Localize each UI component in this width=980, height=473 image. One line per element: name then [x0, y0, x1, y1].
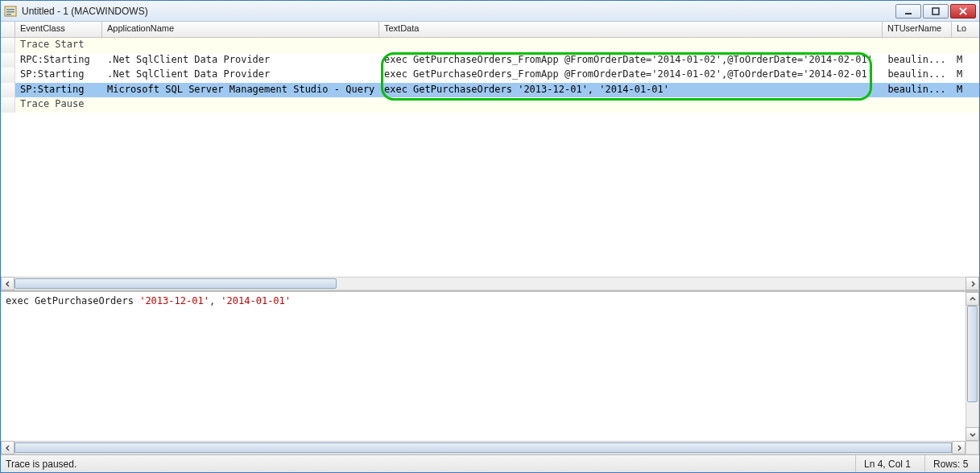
svg-rect-2 — [6, 11, 14, 13]
col-header-applicationname[interactable]: ApplicationName — [102, 22, 379, 37]
cell-ntusername — [883, 97, 952, 113]
cell-applicationname — [102, 38, 379, 53]
scroll-up-icon[interactable] — [966, 292, 979, 306]
col-header-lo[interactable]: Lo — [952, 22, 979, 37]
status-message: Trace is paused. — [1, 459, 855, 470]
window-title: Untitled - 1 (MACWINDOWS) — [22, 6, 895, 17]
maximize-button[interactable] — [923, 4, 949, 19]
scroll-left-icon[interactable] — [1, 441, 14, 454]
cell-lo — [952, 97, 979, 113]
titlebar[interactable]: Untitled - 1 (MACWINDOWS) — [1, 1, 979, 22]
cell-lo: M — [952, 68, 979, 83]
detail-hscrollbar[interactable] — [1, 441, 966, 454]
svg-rect-1 — [6, 9, 14, 10]
detail-text[interactable]: exec GetPurchaseOrders '2013-12-01', '20… — [1, 292, 966, 441]
row-header-cell — [1, 68, 15, 83]
profiler-window: Untitled - 1 (MACWINDOWS) EventClass App… — [0, 0, 980, 473]
svg-rect-3 — [6, 14, 11, 15]
cell-ntusername: beaulin... — [883, 83, 952, 98]
cell-ntusername: beaulin... — [883, 68, 952, 83]
col-header-eventclass[interactable]: EventClass — [15, 22, 102, 37]
detail-vscrollbar[interactable] — [966, 292, 979, 441]
cell-textdata: exec GetPurchaseOrders_FromApp @FromOrde… — [379, 53, 883, 68]
cell-eventclass: Trace Start — [15, 38, 102, 53]
grid-header-row: EventClass ApplicationName TextData NTUs… — [1, 22, 979, 38]
scroll-right-icon[interactable] — [952, 441, 966, 454]
cell-textdata: exec GetPurchaseOrders '2013-12-01', '20… — [379, 83, 883, 98]
table-row[interactable]: RPC:Starting .Net SqlClient Data Provide… — [1, 53, 979, 68]
trace-grid[interactable]: EventClass ApplicationName TextData NTUs… — [1, 22, 979, 291]
svg-rect-4 — [905, 13, 912, 14]
cell-eventclass: SP:Starting — [15, 83, 102, 98]
status-rows: Rows: 5 — [924, 455, 979, 472]
table-row[interactable]: SP:Starting .Net SqlClient Data Provider… — [1, 68, 979, 83]
cell-eventclass: SP:Starting — [15, 68, 102, 83]
row-header-cell — [1, 38, 15, 53]
scroll-thumb[interactable] — [14, 278, 337, 289]
cell-lo: M — [952, 83, 979, 98]
svg-rect-5 — [932, 8, 939, 14]
status-position: Ln 4, Col 1 — [855, 455, 924, 472]
scroll-down-icon[interactable] — [966, 427, 979, 441]
table-row[interactable]: SP:Starting Microsoft SQL Server Managem… — [1, 83, 979, 98]
table-row[interactable]: Trace Pause — [1, 97, 979, 113]
cell-applicationname — [102, 97, 379, 113]
scroll-thumb[interactable] — [14, 442, 952, 453]
scroll-track[interactable] — [966, 306, 979, 427]
cell-lo: M — [952, 53, 979, 68]
cell-eventclass: RPC:Starting — [15, 53, 102, 68]
cell-textdata: exec GetPurchaseOrders_FromApp @FromOrde… — [379, 68, 883, 83]
cell-ntusername — [883, 38, 952, 53]
detail-pane[interactable]: exec GetPurchaseOrders '2013-12-01', '20… — [1, 291, 979, 454]
row-header-cell — [1, 97, 15, 113]
grid-body: Trace Start RPC:Starting .Net SqlClient … — [1, 38, 979, 113]
sql-text: exec GetPurchaseOrders — [6, 295, 139, 306]
app-icon — [4, 5, 17, 18]
scroll-left-icon[interactable] — [1, 277, 14, 290]
scroll-right-icon[interactable] — [966, 277, 979, 290]
cell-applicationname: .Net SqlClient Data Provider — [102, 68, 379, 83]
sql-literal: '2014-01-01' — [221, 295, 291, 306]
cell-textdata — [379, 38, 883, 53]
cell-textdata — [379, 97, 883, 113]
row-header-cell — [1, 53, 15, 68]
row-header-cell — [1, 83, 15, 98]
sql-literal: '2013-12-01' — [139, 295, 209, 306]
scroll-track[interactable] — [14, 277, 966, 290]
sql-text: , — [209, 295, 221, 306]
grid-corner-cell — [1, 22, 15, 37]
grid-hscrollbar[interactable] — [1, 277, 979, 290]
table-row[interactable]: Trace Start — [1, 38, 979, 53]
scroll-corner — [966, 441, 979, 454]
cell-eventclass: Trace Pause — [15, 97, 102, 113]
scroll-thumb[interactable] — [967, 306, 978, 402]
close-button[interactable] — [950, 4, 976, 19]
scroll-track[interactable] — [14, 441, 952, 454]
cell-lo — [952, 38, 979, 53]
cell-applicationname: Microsoft SQL Server Management Studio -… — [102, 83, 379, 98]
cell-ntusername: beaulin... — [883, 53, 952, 68]
window-controls — [895, 4, 976, 19]
col-header-textdata[interactable]: TextData — [379, 22, 883, 37]
col-header-ntusername[interactable]: NTUserName — [883, 22, 952, 37]
status-bar: Trace is paused. Ln 4, Col 1 Rows: 5 — [1, 454, 979, 472]
cell-applicationname: .Net SqlClient Data Provider — [102, 53, 379, 68]
minimize-button[interactable] — [895, 4, 921, 19]
